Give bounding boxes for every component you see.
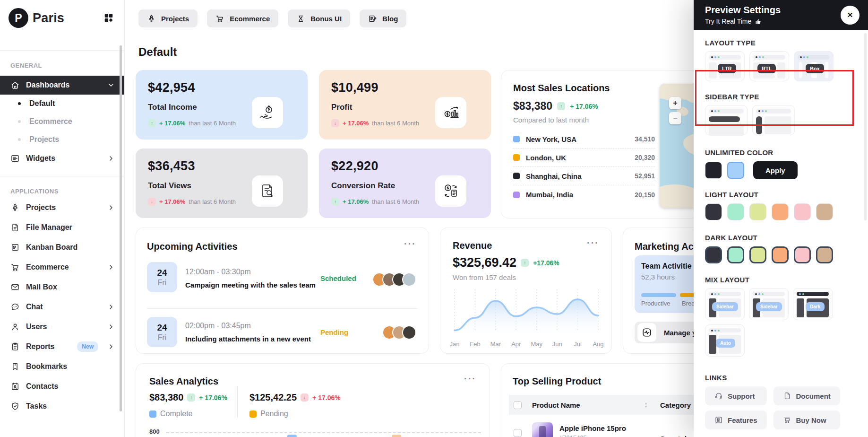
sort-icon[interactable]: ▴▾: [645, 402, 647, 408]
location-name: Mumbai, India: [526, 191, 628, 199]
color-swatch-blue[interactable]: [727, 162, 744, 179]
location-row: Shanghai, China 52,951: [513, 167, 655, 185]
card-menu-icon[interactable]: ···: [404, 241, 416, 246]
sidebar-item-reports[interactable]: Reports New: [0, 337, 124, 357]
card-title: Sales Analytics: [149, 376, 218, 387]
activity-status: Pending: [320, 328, 348, 336]
sidebar-item-file-manager[interactable]: File Manager: [0, 218, 124, 237]
panel-subtitle-text: Try It Real Time: [705, 17, 751, 25]
y-axis-tick: 800: [149, 428, 160, 435]
panel-title: Preview Settings: [705, 5, 857, 16]
stat-value: $22,920: [331, 159, 479, 174]
features-button[interactable]: Features: [705, 411, 767, 429]
rocket-icon: [147, 14, 156, 23]
dark-swatch[interactable]: [772, 246, 789, 263]
mix-option-label: Sidebar: [756, 302, 782, 311]
row-checkbox[interactable]: [514, 429, 522, 437]
sidebar-item-contacts[interactable]: Contacts: [0, 376, 124, 396]
close-button[interactable]: ✕: [841, 6, 859, 25]
card-menu-icon[interactable]: ···: [587, 240, 599, 245]
activity-day: 24: [157, 268, 167, 278]
light-swatch[interactable]: [794, 203, 811, 220]
color-swatch-dark[interactable]: [705, 162, 722, 179]
buy-now-button[interactable]: Buy Now: [773, 411, 840, 429]
topbar-bonus-ui-button[interactable]: Bonus UI: [288, 9, 350, 27]
sidebar-subitem-projects[interactable]: Projects: [0, 131, 124, 149]
sidebar-item-widgets[interactable]: Widgets: [0, 149, 124, 168]
sidebar-subitem-default[interactable]: Default: [0, 95, 124, 113]
sidebar-item-label: Ecommerce: [26, 263, 101, 271]
stat-value: $10,499: [331, 80, 479, 95]
mail-icon: [10, 282, 20, 292]
table-header: Product Name ▴▾ Category: [509, 395, 699, 415]
location-value: 52,951: [635, 172, 655, 180]
sidebar-item-projects[interactable]: Projects: [0, 198, 124, 218]
sidebar-item-chat[interactable]: Chat: [0, 297, 124, 317]
sidebar-item-label: Projects: [26, 203, 101, 212]
home-icon: [10, 80, 20, 90]
layout-box-option[interactable]: Box: [794, 51, 834, 81]
select-all-checkbox[interactable]: [514, 401, 522, 409]
panel-subtitle: Try It Real Time: [705, 17, 857, 25]
x-axis-labels: JanFebMarAprMayJunJulAug: [450, 341, 603, 348]
dark-swatch[interactable]: [794, 246, 811, 263]
layout-rtl-option[interactable]: RTL: [749, 51, 789, 81]
sidebar-item-bookmarks[interactable]: Bookmarks: [0, 357, 124, 376]
activity-date-badge: 24 Fri: [147, 262, 177, 292]
link-label: Buy Now: [796, 416, 826, 424]
card-title: Revenue: [453, 240, 492, 251]
map-zoom-in-button[interactable]: +: [669, 97, 681, 109]
sidebar-scrollbar[interactable]: [120, 45, 122, 411]
sidebar-type-vertical-option[interactable]: [752, 105, 795, 135]
currency-exchange-icon: [435, 175, 466, 207]
mix-option-label: Sidebar: [712, 302, 738, 311]
chevron-right-icon: [107, 343, 115, 350]
dark-swatch[interactable]: [749, 246, 766, 263]
user-icon: [10, 322, 20, 332]
panel-header: Preview Settings Try It Real Time ✕: [694, 0, 868, 30]
map-zoom-out-button[interactable]: −: [669, 112, 681, 124]
topbar-projects-button[interactable]: Projects: [138, 9, 198, 27]
light-swatch[interactable]: [705, 203, 722, 220]
sales-stat-change: + 17.06%: [312, 394, 341, 402]
sidebar-subitem-ecommerce[interactable]: Ecommerce: [0, 113, 124, 131]
mix-dark-option[interactable]: Dark: [793, 288, 833, 320]
widgets-icon: [10, 154, 20, 163]
sidebar-item-mail-box[interactable]: Mail Box: [0, 277, 124, 297]
sidebar-type-horizontal-option[interactable]: [705, 105, 748, 135]
chevron-right-icon: [107, 323, 115, 331]
sidebar-item-tasks[interactable]: Tasks: [0, 396, 124, 416]
stat-card-profit: $10,499 Profit ↓ + 17.06% than last 6 Mo…: [319, 70, 491, 140]
card-menu-icon[interactable]: ···: [464, 376, 476, 381]
topbar-blog-button[interactable]: Blog: [360, 9, 406, 27]
sidebar-item-users[interactable]: Users: [0, 317, 124, 337]
light-swatch[interactable]: [749, 203, 766, 220]
cart-icon: [783, 416, 791, 424]
topbar-ecommerce-button[interactable]: Ecommerce: [207, 9, 278, 27]
light-swatch[interactable]: [816, 203, 833, 220]
sidebar-item-dashboards[interactable]: Dashboards: [0, 76, 124, 95]
panel-scrollbar[interactable]: [864, 33, 867, 220]
sidebar-item-kanban-board[interactable]: Kanban Board: [0, 237, 124, 257]
support-button[interactable]: Support: [705, 386, 767, 405]
light-swatch[interactable]: [727, 203, 744, 220]
stat-change-suffix: than last 6 Month: [372, 198, 419, 205]
dark-swatch[interactable]: [816, 246, 833, 263]
chevron-right-icon: [107, 303, 115, 311]
layout-ltr-option[interactable]: LTR: [705, 51, 745, 81]
mix-sidebar-option-1[interactable]: Sidebar: [705, 288, 745, 320]
mix-sidebar-option-2[interactable]: Sidebar: [749, 288, 789, 320]
light-swatch[interactable]: [772, 203, 789, 220]
sidebar-item-label: Reports: [26, 342, 71, 351]
thumbs-up-icon: [755, 18, 762, 25]
sidebar-item-ecommerce[interactable]: Ecommerce: [0, 257, 124, 277]
dark-swatch[interactable]: [727, 246, 744, 263]
mix-auto-option[interactable]: Auto: [705, 324, 745, 357]
dark-swatch[interactable]: [705, 246, 722, 263]
table-row[interactable]: Apple iPhone 15pro #7015405 Smartphone: [509, 422, 699, 437]
apply-button[interactable]: Apply: [753, 161, 798, 179]
sidebar-toggle-grid-icon[interactable]: [103, 13, 114, 23]
stat-value: $36,453: [148, 159, 295, 174]
document-button[interactable]: Document: [773, 386, 840, 405]
revenue-line-chart: [450, 288, 603, 339]
